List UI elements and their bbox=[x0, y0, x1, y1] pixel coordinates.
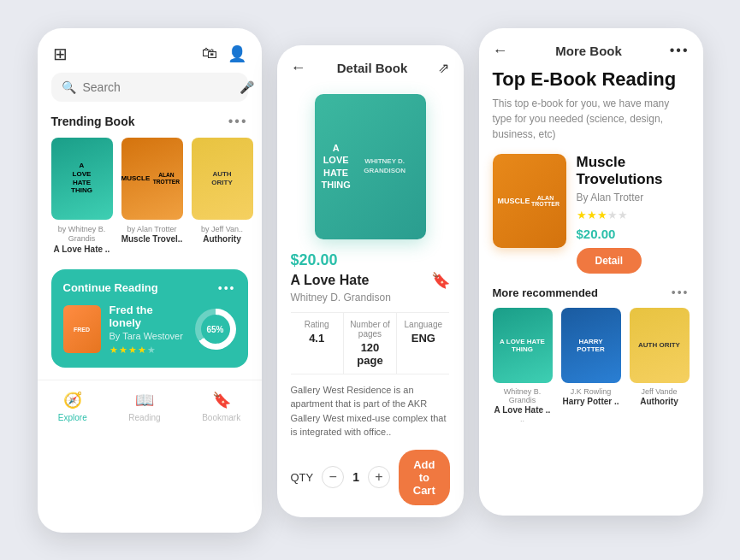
star-1: ★ bbox=[577, 209, 587, 221]
rating-value: 4.1 bbox=[294, 332, 340, 345]
book-name: A Love Hate bbox=[291, 273, 370, 288]
bookmark-icon: 🔖 bbox=[212, 391, 231, 410]
featured-stars: ★★★★★ bbox=[577, 209, 690, 221]
language-value: ENG bbox=[400, 332, 446, 345]
back-button-p2[interactable]: ← bbox=[291, 59, 306, 77]
user-icon[interactable]: 👤 bbox=[228, 44, 246, 63]
meta-rating: Rating 4.1 bbox=[291, 312, 344, 374]
recommended-title: More recommended bbox=[493, 286, 599, 299]
rating-label: Rating bbox=[294, 320, 340, 329]
star-3: ★ bbox=[597, 209, 607, 221]
top-ebook-description: This top e-book for you, we have many ty… bbox=[479, 96, 703, 154]
qty-row: QTY − 1 + Add to Cart bbox=[277, 450, 464, 517]
rec-cover-1: A LOVE HATE THING bbox=[493, 308, 553, 383]
cr-more-button[interactable]: ••• bbox=[218, 281, 236, 295]
search-bar: 🔍 🎤 bbox=[51, 73, 248, 102]
trending-book-1[interactable]: ALOVEHATETHING by Whitney B. Grandis A L… bbox=[51, 138, 113, 254]
more-options-button[interactable]: ••• bbox=[670, 43, 690, 58]
recommended-more-button[interactable]: ••• bbox=[672, 286, 690, 299]
cr-book-author: By Tara Westover bbox=[110, 331, 186, 341]
detail-book-title: Detail Book bbox=[337, 61, 408, 75]
top-ebook-title: Top E-Book Reading bbox=[479, 68, 703, 96]
book-title-1: A Love Hate .. bbox=[54, 245, 110, 254]
back-button-p3[interactable]: ← bbox=[493, 42, 508, 60]
cr-book-cover: FRED bbox=[63, 305, 101, 353]
rec-cover-3: AUTH ORITY bbox=[630, 308, 690, 383]
cr-header: Continue Reading ••• bbox=[63, 281, 236, 295]
featured-detail-button[interactable]: Detail bbox=[577, 248, 642, 274]
trending-book-3[interactable]: AUTHORITY by Jeff Van.. Authority bbox=[192, 138, 253, 254]
explore-label: Explore bbox=[58, 413, 87, 422]
recommended-header: More recommended ••• bbox=[493, 286, 690, 299]
cr-progress-value: 65% bbox=[201, 315, 230, 344]
nav-reading[interactable]: 📖 Reading bbox=[128, 391, 160, 422]
star-4: ★ bbox=[607, 209, 618, 221]
star-5: ★ bbox=[618, 209, 628, 221]
header-icons: 🛍 👤 bbox=[202, 44, 246, 63]
mic-icon[interactable]: 🎤 bbox=[240, 80, 254, 94]
book-title-3: Authority bbox=[203, 234, 240, 244]
reading-icon: 📖 bbox=[135, 391, 154, 410]
bag-icon[interactable]: 🛍 bbox=[202, 44, 217, 63]
rec-book-1[interactable]: A LOVE HATE THING Whitney B. Grandis A L… bbox=[493, 308, 553, 423]
recommended-books-list: A LOVE HATE THING Whitney B. Grandis A L… bbox=[493, 308, 690, 423]
cr-title: Continue Reading bbox=[63, 281, 158, 294]
bookmark-label: Bookmark bbox=[202, 413, 240, 422]
rec-book-2[interactable]: HARRY POTTER J.K Rowling Harry Potter .. bbox=[561, 308, 621, 423]
cr-progress-ring: 65% bbox=[195, 309, 236, 350]
search-icon: 🔍 bbox=[62, 80, 76, 94]
book-cover-muscle: MUSCLEALAN TROTTER bbox=[121, 138, 183, 220]
rec-author-2: J.K Rowling bbox=[571, 387, 612, 396]
rec-author-3: Jeff Vande bbox=[641, 387, 677, 396]
featured-card: MUSCLEALAN TROTTER Muscle Trovelutions B… bbox=[493, 154, 690, 274]
phone1-header: ⊞ 🛍 👤 bbox=[38, 28, 262, 73]
phone3-header: ← More Book ••• bbox=[479, 28, 703, 68]
more-book-title: More Book bbox=[555, 44, 622, 58]
star-2: ★ bbox=[587, 209, 597, 221]
featured-author: By Alan Trotter bbox=[577, 192, 690, 203]
explore-icon: 🧭 bbox=[63, 391, 82, 410]
book-description: Gallery West Residence is an apartment t… bbox=[277, 383, 464, 450]
book-name-row: A Love Hate 🔖 bbox=[277, 271, 464, 292]
share-icon[interactable]: ⇗ bbox=[438, 60, 449, 76]
book-author: Whitney D. Grandison bbox=[277, 292, 464, 312]
continue-reading-card: Continue Reading ••• FRED Fred the lonel… bbox=[51, 269, 248, 368]
cr-book-details: Fred the lonely By Tara Westover ★★★★★ bbox=[110, 304, 186, 356]
cr-book-name: Fred the lonely bbox=[110, 304, 186, 329]
bookmark-button[interactable]: 🔖 bbox=[431, 271, 450, 290]
qty-controls: − 1 + bbox=[322, 466, 390, 488]
search-input[interactable] bbox=[83, 80, 233, 94]
language-label: Language bbox=[400, 320, 446, 329]
phone-screen-3: ← More Book ••• Top E-Book Reading This … bbox=[479, 28, 703, 516]
qty-value: 1 bbox=[352, 470, 359, 484]
add-to-cart-button[interactable]: Add to Cart bbox=[399, 450, 449, 505]
featured-price: $20.00 bbox=[577, 227, 690, 241]
nav-bookmark[interactable]: 🔖 Bookmark bbox=[202, 391, 240, 422]
qty-minus-button[interactable]: − bbox=[322, 466, 344, 488]
nav-explore[interactable]: 🧭 Explore bbox=[58, 391, 87, 422]
qty-plus-button[interactable]: + bbox=[368, 466, 390, 488]
rec-book-3[interactable]: AUTH ORITY Jeff Vande Authority bbox=[630, 308, 690, 423]
trending-title: Trending Book bbox=[51, 115, 135, 128]
featured-title: Muscle Trovelutions bbox=[577, 154, 690, 189]
meta-pages: Number of pages 120 page bbox=[344, 312, 397, 374]
phone-screen-2: ← Detail Book ⇗ ALOVEHATETHINGWHITNEY D.… bbox=[277, 45, 464, 517]
pages-label: Number of pages bbox=[347, 320, 393, 339]
trending-book-2[interactable]: MUSCLEALAN TROTTER by Alan Trotter Muscl… bbox=[121, 138, 183, 254]
grid-icon[interactable]: ⊞ bbox=[53, 44, 68, 64]
cr-stars: ★★★★★ bbox=[110, 345, 186, 356]
pages-value: 120 page bbox=[347, 341, 393, 367]
qty-label: QTY bbox=[291, 471, 314, 484]
cr-book-info: FRED Fred the lonely By Tara Westover ★★… bbox=[63, 304, 236, 356]
book-cover-lovehate: ALOVEHATETHING bbox=[51, 138, 113, 220]
book-cover-authority: AUTHORITY bbox=[192, 138, 253, 220]
rec-extra-1: .. bbox=[520, 415, 524, 423]
trending-more-button[interactable]: ••• bbox=[228, 114, 248, 129]
trending-section-header: Trending Book ••• bbox=[38, 114, 262, 138]
featured-info: Muscle Trovelutions By Alan Trotter ★★★★… bbox=[577, 154, 690, 274]
meta-language: Language ENG bbox=[397, 312, 449, 374]
trending-books-list: ALOVEHATETHING by Whitney B. Grandis A L… bbox=[38, 138, 262, 259]
featured-cover: MUSCLEALAN TROTTER bbox=[493, 154, 566, 248]
recommended-section: More recommended ••• A LOVE HATE THING W… bbox=[479, 286, 703, 423]
rec-author-1: Whitney B. Grandis bbox=[493, 387, 553, 404]
